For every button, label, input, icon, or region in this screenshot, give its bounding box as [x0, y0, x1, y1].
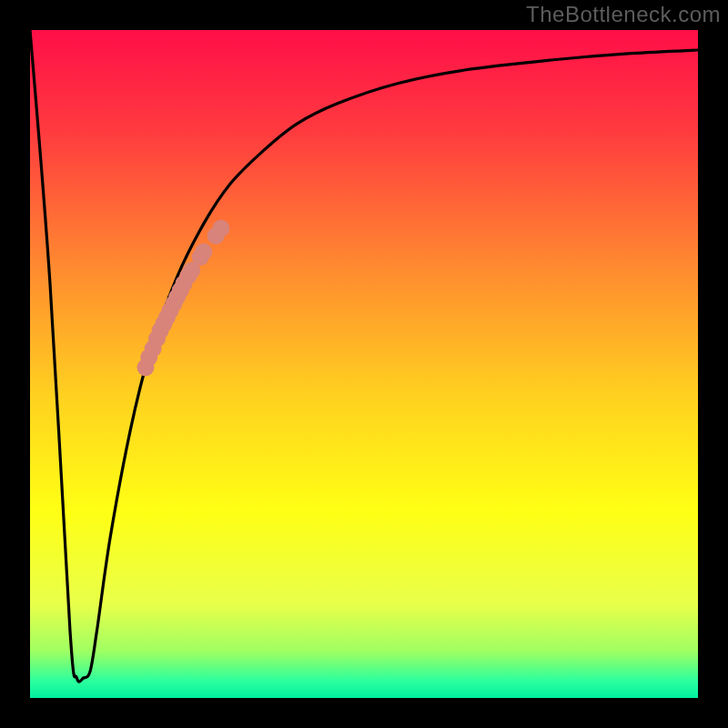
- highlight-dot: [195, 243, 212, 260]
- bottleneck-curve: [30, 30, 698, 682]
- chart-frame: [0, 0, 728, 728]
- frame-border-left: [0, 0, 30, 728]
- highlight-dot: [212, 220, 229, 238]
- plot-area: [30, 30, 698, 698]
- watermark-text: TheBottleneck.com: [526, 2, 721, 27]
- highlighted-points: [137, 220, 230, 377]
- frame-border-bottom: [0, 698, 728, 728]
- chart-overlay: [30, 30, 698, 698]
- chart-stage: TheBottleneck.com: [0, 0, 728, 728]
- frame-border-right: [698, 0, 728, 728]
